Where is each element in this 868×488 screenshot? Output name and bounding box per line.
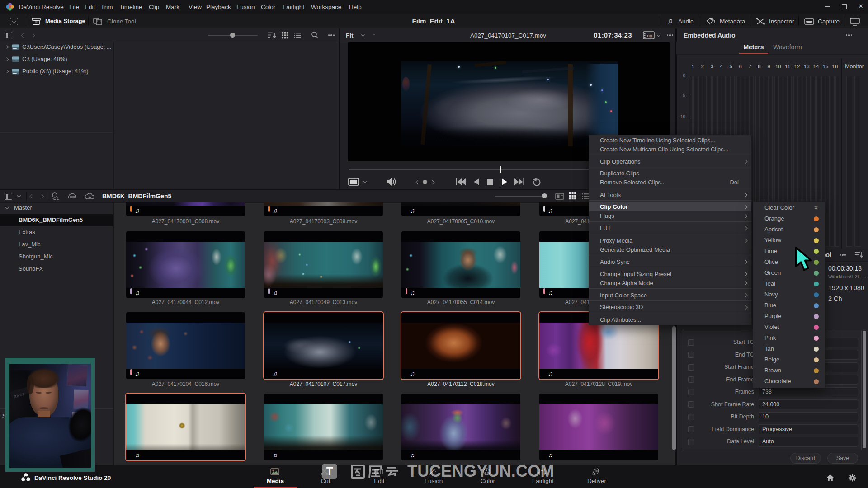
svg-text:HQ: HQ [647, 34, 652, 38]
